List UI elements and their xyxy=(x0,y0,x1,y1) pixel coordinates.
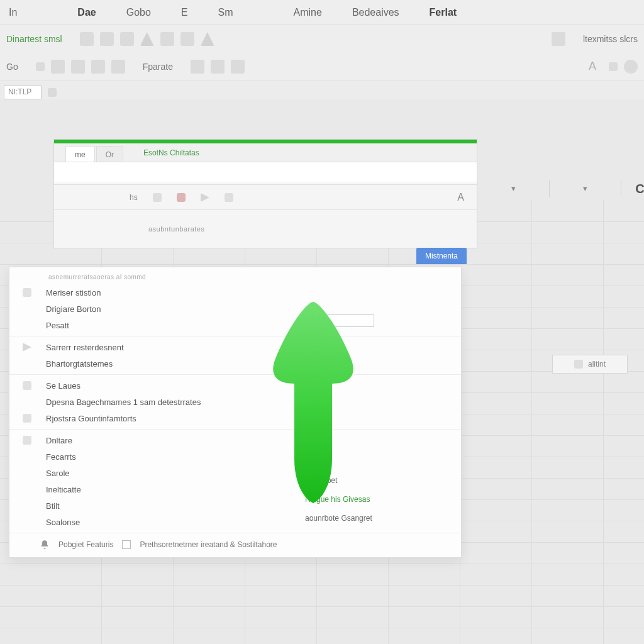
menu-amine[interactable]: Amine xyxy=(291,3,325,22)
circle-icon[interactable] xyxy=(624,60,638,74)
panel-body-text: asubntunbarates xyxy=(148,225,204,233)
menu-right-item[interactable]: Bors xyxy=(267,358,443,377)
panel-tb-a[interactable]: A xyxy=(457,192,464,203)
ribbon-icon[interactable] xyxy=(51,60,65,74)
menu-gobo[interactable]: Gobo xyxy=(124,3,153,22)
ribbon-icon[interactable] xyxy=(120,32,134,46)
menu-bedeaives[interactable]: Bedeaives xyxy=(350,3,402,22)
folder-icon xyxy=(23,436,31,445)
panel-toolbar: hs A xyxy=(54,185,477,210)
menu-right-item[interactable]: Reigue his Givesas xyxy=(267,490,443,509)
context-menu: asnemurreratsaoeras al sommd Meriser sti… xyxy=(9,267,462,558)
panel-tab-2[interactable]: Or xyxy=(96,146,123,162)
fx-icon[interactable] xyxy=(48,88,57,97)
footer-left-label[interactable]: Pobgiet Featuris xyxy=(58,540,113,549)
ribbon-icon[interactable] xyxy=(36,62,45,71)
col-header-c[interactable]: C xyxy=(621,180,644,197)
column-headers: ▾ ▾ C xyxy=(478,180,638,197)
ribbon-icon[interactable] xyxy=(231,60,245,74)
right-input[interactable] xyxy=(305,314,374,327)
menu-separator xyxy=(9,533,461,533)
menu-in[interactable]: In xyxy=(6,3,19,22)
right-icon xyxy=(316,457,325,466)
ribbon-go-label: Go xyxy=(6,62,18,72)
ribbon-fparate-label: Fparate xyxy=(143,62,173,72)
menu-right-item xyxy=(267,330,443,358)
menu-ferlat[interactable]: Ferlat xyxy=(427,3,460,22)
ribbon-icon[interactable] xyxy=(160,32,174,46)
gear-icon xyxy=(23,288,31,297)
col-header[interactable]: ▾ xyxy=(550,180,621,197)
toolbar-icon[interactable] xyxy=(177,193,186,202)
popup-panel: me Or EsotNs Chiltatas hs A asubntunbara… xyxy=(54,140,477,248)
panel-body: asubntunbarates xyxy=(54,210,477,248)
menu-right-item xyxy=(267,377,443,452)
menu-right-item[interactable]: P xyxy=(267,452,443,471)
play-icon xyxy=(23,343,31,352)
menu-item[interactable]: Meriser stistion xyxy=(9,284,461,301)
side-button-label: alitint xyxy=(588,360,606,369)
ribbon-icon[interactable] xyxy=(140,32,154,46)
panel-tb-item[interactable]: hs xyxy=(130,193,138,202)
side-button-icon xyxy=(574,360,583,369)
menu-right-item[interactable]: Coashpet xyxy=(267,471,443,490)
ribbon-label-right: ltexmitss slcrs xyxy=(583,34,638,44)
ribbon-icon[interactable] xyxy=(91,60,105,74)
panel-tabs: me Or EsotNs Chiltatas xyxy=(54,143,477,162)
footer-right-label: Prethsoretnetrner ireatand & Sostiltahor… xyxy=(140,540,277,549)
db-icon xyxy=(23,414,31,423)
tag-icon xyxy=(23,381,31,390)
ribbon-icon[interactable] xyxy=(100,32,114,46)
toolbar-icon[interactable] xyxy=(153,193,162,202)
ribbon-icon[interactable] xyxy=(111,60,125,74)
ribbon-icon[interactable] xyxy=(180,32,194,46)
menu-right-item[interactable]: aounrbote Gsangret xyxy=(267,509,443,528)
ribbon-icon[interactable] xyxy=(609,62,618,71)
side-button[interactable]: alitint xyxy=(552,355,628,374)
menu-blank2 xyxy=(261,9,266,16)
ribbon: Dinartest smsl ltexmitss slcrs Go Fparat… xyxy=(0,25,644,81)
toolbar-icon[interactable] xyxy=(225,193,233,202)
menu-right-item[interactable] xyxy=(267,311,443,330)
play-icon[interactable] xyxy=(201,193,209,202)
ribbon-icon[interactable] xyxy=(201,32,214,46)
font-icon[interactable] xyxy=(589,60,602,74)
menubar: In Dae Gobo E Sm Amine Bedeaives Ferlat xyxy=(0,0,644,25)
menu-footer: Pobgiet Featuris Prethsoretnetrner ireat… xyxy=(9,537,461,550)
ribbon-label-left: Dinartest smsl xyxy=(6,34,62,44)
lock-icon[interactable] xyxy=(552,32,565,46)
panel-tab-1[interactable]: me xyxy=(65,146,95,162)
menu-right-column: Bors P Coashpet Reigue his Givesas aounr… xyxy=(267,311,443,528)
ribbon-icon[interactable] xyxy=(191,60,204,74)
ribbon-icon[interactable] xyxy=(71,60,85,74)
panel-hint: EsotNs Chiltatas xyxy=(143,148,199,157)
blue-tab[interactable]: Mistnenta xyxy=(416,248,467,264)
panel-formula-input[interactable] xyxy=(54,162,477,185)
name-box[interactable]: NI:TLP xyxy=(4,86,42,99)
menu-blank1 xyxy=(45,9,50,16)
menu-dae[interactable]: Dae xyxy=(75,3,98,22)
menu-e[interactable]: E xyxy=(179,3,191,22)
bell-icon xyxy=(40,540,50,550)
ribbon-icon[interactable] xyxy=(80,32,94,46)
menu-sm[interactable]: Sm xyxy=(216,3,236,22)
footer-checkbox[interactable] xyxy=(122,540,131,549)
ribbon-icon[interactable] xyxy=(211,60,225,74)
col-header[interactable]: ▾ xyxy=(478,180,550,197)
menu-title: asnemurreratsaoeras al sommd xyxy=(9,271,461,284)
